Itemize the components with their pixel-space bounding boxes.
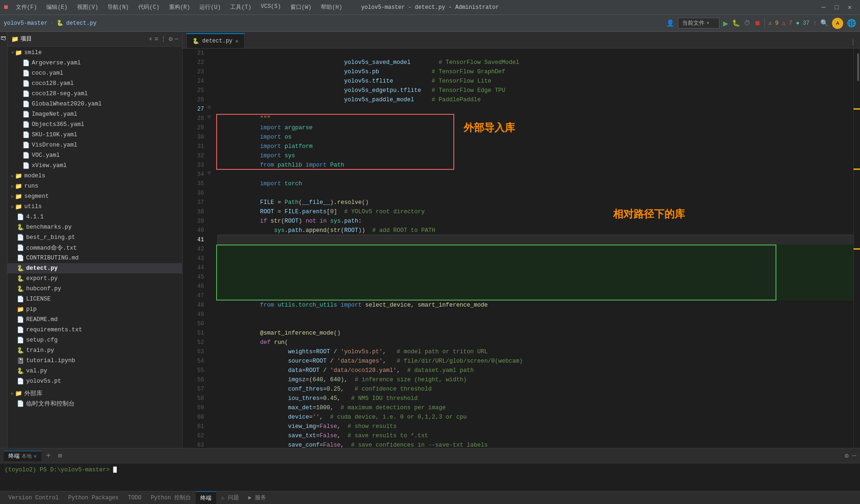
tree-item-export[interactable]: 🐍 export.py — [7, 273, 182, 284]
profile-button[interactable]: ⏱ — [744, 20, 750, 27]
tree-item-argoverse[interactable]: 📄 Argoverse.yaml — [7, 58, 182, 68]
add-icon[interactable]: + — [148, 35, 152, 43]
tree-item-benchmarks[interactable]: 🐍 benchmarks.py — [7, 222, 182, 232]
add-terminal-btn[interactable]: + — [43, 451, 54, 461]
tab-version-control[interactable]: Version Control — [4, 491, 63, 504]
tree-item-tutorial[interactable]: 📓 tutorial.ipynb — [7, 356, 182, 366]
editor-tab-detect[interactable]: 🐍 detect.py ✕ — [186, 33, 245, 48]
tab-services[interactable]: ▶ 服务 — [244, 491, 271, 504]
tree-item-visdrone[interactable]: 📄 VisDrone.yaml — [7, 140, 182, 150]
tree-item-imagenet[interactable]: 📄 ImageNet.yaml — [7, 109, 182, 119]
term-settings-btn[interactable]: ⚙ — [845, 452, 848, 460]
tree-label: setup.cfg — [26, 337, 58, 343]
more-tabs-icon[interactable]: ⋮ — [850, 38, 856, 46]
warnings-label[interactable]: ⚠ 9 — [768, 20, 779, 27]
tree-item-external[interactable]: ▶ 📁 外部库 — [7, 388, 182, 399]
fold-28[interactable]: ⊟ — [208, 114, 211, 119]
code-line-33 — [218, 161, 853, 170]
md-icon: 📄 — [17, 254, 24, 262]
settings-icon[interactable]: ⚙ — [169, 35, 172, 43]
term-minimize-btn[interactable]: ─ — [853, 452, 856, 460]
tab-close-button[interactable]: ✕ — [235, 38, 239, 45]
tab-problems[interactable]: ⚠ 问题 — [216, 491, 243, 504]
tree-item-coco[interactable]: 📄 coco.yaml — [7, 68, 182, 78]
menu-file[interactable]: 文件(F) — [12, 2, 41, 12]
tree-item-objects365[interactable]: 📄 Objects365.yaml — [7, 119, 182, 130]
tree-item-license[interactable]: 📄 LICENSE — [7, 294, 182, 304]
tree-item-contributing[interactable]: 📄 CONTRIBUTING.md — [7, 253, 182, 263]
tree-item-command[interactable]: 📄 command命令.txt — [7, 243, 182, 253]
stop-button[interactable]: ⏹ — [754, 20, 761, 27]
menu-code[interactable]: 代码(C) — [134, 2, 163, 12]
tree-item-globalwheat[interactable]: 📄 GlobalWheat2020.yaml — [7, 99, 182, 109]
menu-edit[interactable]: 编辑(E) — [42, 2, 71, 12]
ln-26: 26 — [183, 95, 207, 105]
info-label[interactable]: ● 37 — [796, 20, 810, 27]
list-icon[interactable]: ≡ — [155, 35, 158, 43]
profile-icon[interactable]: 👤 — [666, 19, 674, 27]
minimize-button[interactable]: ─ — [817, 2, 830, 13]
menu-view[interactable]: 视图(V) — [73, 2, 102, 12]
errors-label[interactable]: △ 7 — [782, 20, 792, 27]
ln-57: 57 — [183, 385, 207, 394]
menu-refactor[interactable]: 重构(R) — [165, 2, 194, 12]
tree-item-requirements[interactable]: 📄 requirements.txt — [7, 325, 182, 335]
tree-item-smile[interactable]: ▼ 📁 smile — [7, 48, 182, 58]
fold-34[interactable]: ⊟ — [208, 170, 211, 175]
tree-item-setup[interactable]: 📄 setup.cfg — [7, 335, 182, 345]
tree-item-coco128seg[interactable]: 📄 coco128-seg.yaml — [7, 89, 182, 99]
tree-item-hubconf[interactable]: 🐍 hubconf.py — [7, 284, 182, 294]
collapse-icon[interactable]: ─ — [175, 35, 178, 43]
current-file-dropdown[interactable]: 当前文件 ▾ — [678, 18, 719, 28]
tree-item-utils[interactable]: ▶ 📁 utils — [7, 202, 182, 212]
tree-item-411[interactable]: 📄 4.1.1 — [7, 212, 182, 222]
tree-item-xview[interactable]: 📄 xView.yaml — [7, 161, 182, 171]
tab-python-packages[interactable]: Python Packages — [63, 491, 123, 504]
menu-vcs[interactable]: VCS(S) — [257, 2, 284, 12]
tree-item-sku[interactable]: 📄 SKU-110K.yaml — [7, 130, 182, 140]
menu-navigate[interactable]: 导航(N) — [104, 2, 133, 12]
tree-item-voc[interactable]: 📄 VOC.yaml — [7, 150, 182, 161]
tree-item-readme[interactable]: 📄 README.md — [7, 315, 182, 325]
code-line-54: data=ROOT / 'data/coco128.yaml', # datas… — [218, 357, 853, 366]
code-line-57: iou_thres=0.45, # NMS IOU threshold — [218, 385, 853, 394]
tree-item-temp[interactable]: 📄 临时文件和控制台 — [7, 399, 182, 409]
ln-35: 35 — [183, 179, 207, 189]
breadcrumb-file[interactable]: detect.py — [66, 20, 97, 27]
menu-help[interactable]: 帮助(H) — [317, 2, 346, 12]
run-button[interactable]: ▶ — [723, 18, 728, 28]
tree-item-train[interactable]: 🐍 train.py — [7, 345, 182, 356]
code-editor[interactable]: 外部导入库 相对路径下的库 yolov5s_saved_model # Tens… — [216, 49, 853, 448]
tree-item-best[interactable]: 📄 best_r_bing.pt — [7, 232, 182, 243]
fold-27[interactable]: ⊟ — [208, 105, 211, 110]
tree-item-val[interactable]: 🐍 val.py — [7, 366, 182, 376]
menu-run[interactable]: 运行(U) — [196, 2, 225, 12]
tree-item-yolov5s[interactable]: 📄 yolov5s.pt — [7, 376, 182, 386]
split-terminal-btn[interactable]: ⊞ — [55, 451, 64, 461]
tree-item-runs[interactable]: ▶ 📁 runs — [7, 181, 182, 191]
maximize-button[interactable]: □ — [830, 2, 843, 13]
tab-label: detect.py — [202, 38, 233, 44]
tree-label: requirements.txt — [26, 327, 82, 333]
tree-item-models[interactable]: ▶ 📁 models — [7, 171, 182, 181]
scrollbar-track[interactable] — [853, 49, 860, 448]
debug-button[interactable]: 🐛 — [732, 19, 740, 27]
tab-python-console[interactable]: Python 控制台 — [146, 491, 196, 504]
menu-window[interactable]: 窗口(W) — [287, 2, 316, 12]
breadcrumb-project[interactable]: yolov5-master — [4, 20, 48, 27]
tree-item-detect[interactable]: 🐍 detect.py — [7, 263, 182, 273]
search-button[interactable]: 🔍 — [820, 19, 828, 27]
tree-item-segment[interactable]: ▶ 📁 segment — [7, 191, 182, 202]
tree-item-coco128[interactable]: 📄 coco128.yaml — [7, 78, 182, 89]
tab-todo[interactable]: TODO — [123, 491, 146, 504]
close-button[interactable]: ✕ — [843, 2, 856, 13]
terminal-tab[interactable]: 终端 本地 ✕ — [4, 451, 42, 461]
tree-item-pip[interactable]: 📁 pip — [7, 304, 182, 315]
tab-terminal-active[interactable]: 终端 — [196, 491, 216, 504]
term-close-icon[interactable]: ✕ — [34, 453, 37, 459]
project-icon[interactable]: 🗂 — [0, 34, 7, 43]
more-icon[interactable]: ⋮ — [160, 35, 167, 43]
user-avatar[interactable]: A — [832, 18, 843, 29]
menu-tools[interactable]: 工具(T) — [226, 2, 255, 12]
planet-icon[interactable]: 🌐 — [847, 19, 856, 28]
